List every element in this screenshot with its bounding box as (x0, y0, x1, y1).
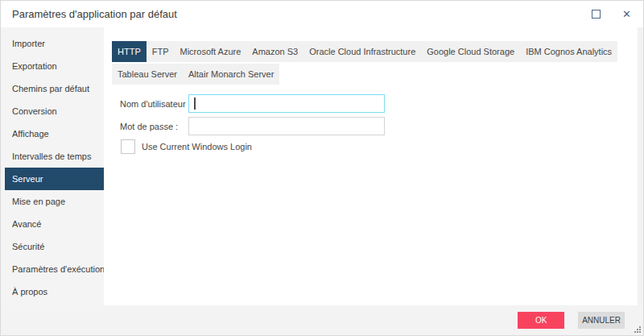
sidebar-item-importer[interactable]: Importer (1, 32, 104, 55)
titlebar: Paramètres d'application par défaut ✕ (1, 1, 643, 27)
resize-grip-icon[interactable] (634, 326, 642, 334)
settings-dialog: Paramètres d'application par défaut ✕ Im… (0, 0, 644, 336)
content-panel: HTTP FTP Microsoft Azure Amazon S3 Oracl… (104, 27, 643, 305)
sidebar-item-mise-en-page[interactable]: Mise en page (1, 190, 104, 213)
sidebar-item-conversion[interactable]: Conversion (1, 100, 104, 122)
tab-ibm-cognos-analytics[interactable]: IBM Cognos Analytics (520, 41, 617, 62)
tab-google-cloud-storage[interactable]: Google Cloud Storage (421, 41, 520, 62)
username-row: Nom d'utilisateur : (120, 94, 635, 113)
tab-microsoft-azure[interactable]: Microsoft Azure (175, 41, 247, 62)
sidebar-item-serveur[interactable]: Serveur (5, 168, 104, 190)
password-row: Mot de passe : (120, 117, 635, 135)
tab-altair-monarch-server[interactable]: Altair Monarch Server (183, 64, 279, 85)
password-input-wrap (188, 117, 385, 135)
text-caret (194, 97, 196, 110)
tab-tableau-server[interactable]: Tableau Server (112, 64, 183, 85)
cancel-button[interactable]: ANNULER (578, 312, 625, 329)
tab-oracle-cloud-infrastructure[interactable]: Oracle Cloud Infrastructure (303, 41, 421, 62)
username-label: Nom d'utilisateur : (120, 99, 188, 109)
sidebar-item-securite[interactable]: Sécurité (1, 235, 104, 258)
use-current-windows-login-checkbox[interactable] (121, 139, 135, 154)
sidebar-item-intervalles-de-temps[interactable]: Intervalles de temps (1, 145, 104, 168)
windows-login-row: Use Current Windows Login (121, 139, 635, 154)
window-controls: ✕ (592, 9, 643, 19)
tab-ftp[interactable]: FTP (147, 41, 175, 62)
username-input[interactable] (188, 94, 385, 113)
sidebar-item-parametres-execution[interactable]: Paramètres d'exécution (1, 258, 104, 280)
username-input-wrap (188, 94, 385, 113)
server-tabs-row-1: HTTP FTP Microsoft Azure Amazon S3 Oracl… (112, 41, 635, 62)
footer-bar: OK ANNULER (1, 305, 643, 335)
sidebar-item-avance[interactable]: Avancé (1, 213, 104, 235)
sidebar-item-a-propos[interactable]: À propos (1, 280, 104, 303)
sidebar-item-exportation[interactable]: Exportation (1, 55, 104, 77)
tab-http[interactable]: HTTP (112, 41, 147, 62)
password-input[interactable] (188, 117, 385, 135)
server-tabs-row-2: Tableau Server Altair Monarch Server (112, 64, 635, 85)
sidebar-item-chemins-par-defaut[interactable]: Chemins par défaut (1, 77, 104, 100)
scrollbar-track[interactable] (638, 27, 643, 305)
ok-button[interactable]: OK (518, 312, 564, 329)
close-icon[interactable]: ✕ (622, 9, 631, 19)
sidebar: Importer Exportation Chemins par défaut … (1, 27, 104, 305)
password-label: Mot de passe : (120, 122, 188, 131)
maximize-icon[interactable] (592, 10, 601, 19)
http-credentials-form: Nom d'utilisateur : Mot de passe : Use C… (120, 94, 635, 154)
main-area: Importer Exportation Chemins par défaut … (1, 27, 643, 305)
dialog-title: Paramètres d'application par défaut (12, 8, 177, 20)
use-current-windows-login-label: Use Current Windows Login (142, 142, 252, 151)
sidebar-item-affichage[interactable]: Affichage (1, 122, 104, 145)
tab-amazon-s3[interactable]: Amazon S3 (246, 41, 303, 62)
